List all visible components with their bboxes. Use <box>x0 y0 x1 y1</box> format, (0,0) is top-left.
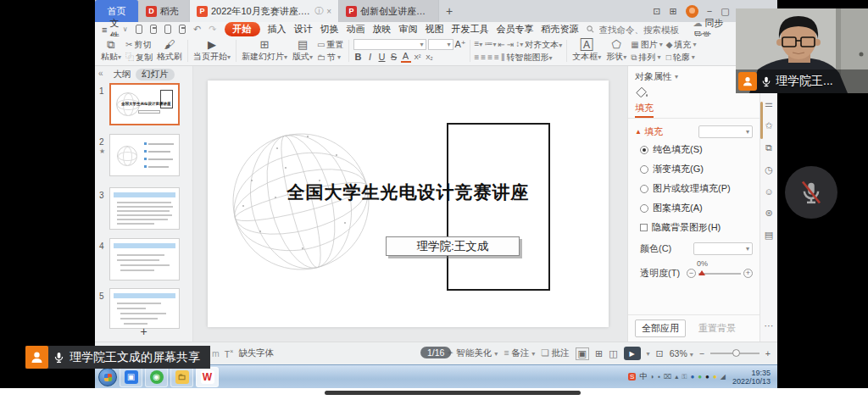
increase-indent-icon[interactable]: ⇥ <box>507 41 514 49</box>
align-center-icon[interactable]: ≡ <box>481 53 486 62</box>
tray-icon[interactable]: ● <box>713 373 717 381</box>
slide-canvas[interactable]: 全国大学生光电设计竞赛讲座 理学院:王文成 <box>208 81 609 327</box>
save-icon[interactable] <box>136 25 142 34</box>
menu-item-membership[interactable]: 会员专享 <box>497 23 534 36</box>
cut-button[interactable]: ✂剪切 <box>124 39 154 51</box>
search-input[interactable] <box>598 24 686 36</box>
zoom-level[interactable]: 63% ▾ <box>670 348 693 358</box>
layout-button[interactable]: ▤版式▾ <box>290 38 315 64</box>
new-slide-button[interactable]: ⊞新建幻灯片▾ <box>239 38 290 64</box>
more-icon[interactable]: ⋯ <box>765 320 774 331</box>
tray-icon[interactable]: ▪ <box>658 373 660 381</box>
integration-mode-icon[interactable]: ⊡ <box>653 7 660 16</box>
menu-item-home[interactable]: 开始 <box>225 22 260 36</box>
notes-button[interactable]: ≡ 备注 ▾ <box>504 347 535 359</box>
bold-button[interactable]: B <box>353 52 364 62</box>
taskbar-icon-wps[interactable]: W <box>196 367 219 387</box>
slide-subtitle[interactable]: 理学院:王文成 <box>386 236 520 256</box>
history-clock-icon[interactable]: ◷ <box>765 164 773 175</box>
collapsed-toolbar-handle[interactable] <box>325 391 581 395</box>
properties-icon[interactable]: ⚌ <box>765 98 773 109</box>
paste-button[interactable]: ⧉粘贴▾ <box>98 38 124 64</box>
taskbar-icon-browser[interactable]: ◉ <box>145 367 168 387</box>
align-right-icon[interactable]: ≡ <box>487 53 492 62</box>
menu-item-animations[interactable]: 动画 <box>347 23 365 36</box>
text-box-button[interactable]: 🄰文本框▾ <box>570 38 604 64</box>
fill-button[interactable]: ◆填充▾ <box>665 39 698 51</box>
tab-docer[interactable]: D稻壳 <box>139 0 190 22</box>
menu-item-design[interactable]: 设计 <box>294 23 313 36</box>
tray-wrench-icon[interactable]: ⚿ <box>682 373 687 381</box>
screen-share-banner[interactable]: 理学院王文成的屏幕共享 <box>25 346 210 369</box>
menu-item-transitions[interactable]: 切换 <box>320 23 339 36</box>
line-spacing-icon[interactable]: ↕▾ <box>515 40 523 49</box>
section-collapse-icon[interactable]: ▲ <box>635 128 642 136</box>
justify-icon[interactable]: ≡ <box>494 53 499 62</box>
menu-item-insert[interactable]: 插入 <box>268 23 287 36</box>
menu-item-docer-resources[interactable]: 稻壳资源 <box>542 23 579 36</box>
user-avatar[interactable] <box>686 5 698 18</box>
slideshow-play-button[interactable]: ▶ <box>624 347 641 360</box>
bullet-list-icon[interactable]: ≡▾ <box>475 40 483 49</box>
format-painter-button[interactable]: 🖌格式刷 <box>154 38 185 64</box>
missing-font-button[interactable]: 缺失字体 <box>238 347 274 359</box>
taskbar-icon-explorer[interactable]: 🗀 <box>170 367 193 387</box>
increase-font-icon[interactable]: A⁺ <box>455 39 465 50</box>
decor-rectangle[interactable] <box>447 123 550 291</box>
align-left-icon[interactable]: ≡ <box>475 53 480 62</box>
picture-button[interactable]: ▦图片▾ <box>629 39 664 51</box>
decrease-indent-icon[interactable]: ⇤ <box>498 41 504 49</box>
section-button[interactable]: 🗀节▾ <box>315 52 345 64</box>
tab-slides[interactable]: 幻灯片 <box>136 69 175 81</box>
command-search[interactable] <box>587 24 686 36</box>
comments-button[interactable]: ❏ 批注 <box>541 347 569 359</box>
reset-background-button[interactable]: 重置背景 <box>693 320 742 336</box>
underline-button[interactable]: U <box>377 52 387 62</box>
tray-icon[interactable]: ◗ <box>650 373 654 381</box>
subscript-button[interactable]: X₂ <box>425 53 435 61</box>
radio-pattern-fill[interactable]: 图案填充(A) <box>628 198 760 218</box>
menu-item-slideshow[interactable]: 放映 <box>373 23 392 36</box>
undo-icon[interactable]: ↶ <box>193 24 201 35</box>
menu-item-devtools[interactable]: 开发工具 <box>452 23 489 36</box>
tray-network-icon[interactable]: ◢ <box>721 373 726 381</box>
fit-window-icon[interactable]: ⊡ <box>656 348 664 359</box>
slider-thumb[interactable] <box>698 270 705 275</box>
zoom-slider-thumb[interactable] <box>732 349 740 357</box>
minimize-icon[interactable]: − <box>707 7 712 16</box>
slide-thumbnail-4[interactable] <box>109 238 180 281</box>
taskbar-clock[interactable]: 19:35 2022/10/13 <box>729 369 774 386</box>
transparency-minus-icon[interactable]: − <box>687 269 696 278</box>
tab-grid-icon[interactable]: ⊞ <box>670 7 677 16</box>
slide-sorter-view-icon[interactable]: ⊞ <box>595 348 603 359</box>
normal-view-icon[interactable]: ▣ <box>576 347 589 360</box>
slide-thumbnail-3[interactable] <box>109 187 180 230</box>
zoom-slider[interactable] <box>710 353 760 354</box>
reset-button[interactable]: ▭重置 <box>315 39 345 51</box>
taskbar-icon-meeting[interactable]: ▣ <box>120 367 142 387</box>
info-icon[interactable]: ⓘ <box>314 5 323 17</box>
fill-preset-dropdown[interactable]: ▾ <box>698 125 753 138</box>
maximize-icon[interactable]: ▢ <box>721 7 729 16</box>
align-text-button[interactable]: 对齐文本▾ <box>525 39 562 51</box>
new-tab-button[interactable]: + <box>439 0 459 22</box>
radio-solid-fill[interactable]: 纯色填充(S) <box>628 140 760 159</box>
arrange-button[interactable]: ⧉排列▾ <box>629 52 664 64</box>
slide-thumbnail-2[interactable] <box>109 134 180 176</box>
muted-participant-tile[interactable] <box>785 166 837 219</box>
tray-sogou-icon[interactable]: S <box>628 373 636 381</box>
participant-video-tile[interactable]: 理学院王... <box>736 8 868 93</box>
tray-ime-icon[interactable]: 中 <box>639 371 647 382</box>
checkbox-hide-background[interactable]: 隐藏背景图形(H) <box>628 218 760 237</box>
copy-button[interactable]: ⿻复制 <box>124 52 154 64</box>
font-size-dropdown[interactable]: ▾ <box>428 39 453 50</box>
strikethrough-button[interactable]: S <box>389 52 399 62</box>
tab-active-document[interactable]: P2022年10月竞赛讲座.pptxⓘ× <box>190 0 339 22</box>
color-dropdown[interactable]: ▾ <box>693 242 753 255</box>
reading-view-icon[interactable]: ◫ <box>609 348 617 359</box>
radio-picture-fill[interactable]: 图片或纹理填充(P) <box>628 179 760 198</box>
play-options-icon[interactable]: ▾ <box>647 350 650 358</box>
to-smartart-button[interactable]: 转智能图形▾ <box>507 52 553 64</box>
tray-qq-icon[interactable]: ● <box>705 373 709 381</box>
sticker-face-icon[interactable]: ☺ <box>764 186 773 197</box>
